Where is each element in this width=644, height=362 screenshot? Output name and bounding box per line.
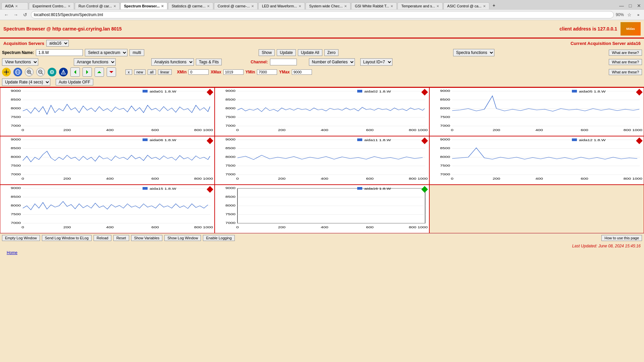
globe-icon[interactable] [13,68,22,76]
svg-text:8500: 8500 [440,146,450,149]
acq-servers-select[interactable]: aida16 [46,40,69,47]
zoom-out-icon[interactable] [36,68,45,76]
all-button[interactable]: all [148,69,156,75]
svg-point-12 [51,71,53,73]
refresh-button[interactable]: ↺ [21,11,29,18]
svg-text:7000: 7000 [440,173,450,176]
svg-rect-56 [357,90,362,93]
svg-text:0: 0 [21,177,24,180]
down-button[interactable] [107,67,116,77]
tags-fits-button[interactable]: Tags & Fits [196,59,222,65]
chart-aida05[interactable]: 9000 8500 8000 7500 7000 0 200 400 600 8… [431,89,642,133]
prev-button[interactable] [70,67,80,77]
next-button[interactable] [83,67,92,77]
num-galleries-select[interactable]: Number of Galleries [309,58,355,66]
tab-gsi[interactable]: GSI White Rabbit T...✕ [351,2,397,9]
zero-button[interactable]: Zero [324,49,339,56]
zoom-in-icon[interactable] [25,68,34,76]
analysis-functions-select[interactable]: Analysis functions [151,58,194,66]
up-button[interactable] [95,67,104,77]
multi-button[interactable]: multi [129,49,144,56]
what-these-1-button[interactable]: What are these? [609,50,642,56]
show-button[interactable]: Show [259,49,275,56]
spectrum-name-input[interactable] [36,49,83,56]
svg-text:7000: 7000 [11,173,21,176]
update-rate-select[interactable]: Update Rate (4 secs) [2,78,50,86]
svg-text:8000: 8000 [11,107,21,110]
chart-aida01[interactable]: 9000 8500 8000 7500 7000 0 200 400 600 [2,89,213,133]
back-button[interactable]: ← [3,11,10,18]
what-these-2-button[interactable]: What are these? [609,59,642,65]
svg-text:200: 200 [493,128,500,131]
svg-text:800: 800 [624,128,631,131]
chart-aida12[interactable]: 9000 8500 8000 7500 7000 0 200 400 600 8… [431,138,642,181]
extensions-button[interactable]: » [635,12,641,17]
forward-button[interactable]: → [12,11,19,18]
address-input[interactable] [31,11,614,18]
svg-text:600: 600 [151,226,159,229]
tab-system[interactable]: System wide Chec...✕ [306,2,351,9]
how-to-button[interactable]: How to use this page [601,235,642,241]
ymax-input[interactable] [292,69,312,75]
svg-rect-113 [357,138,362,141]
arrange-functions-select[interactable]: Arrange functions [74,58,116,66]
chart-aida02[interactable]: 9000 8500 8000 7500 7000 0 200 400 600 8… [216,89,428,133]
tab-control[interactable]: Control @ carme-...✕ [214,2,258,9]
svg-text:1000: 1000 [632,177,642,180]
reload-button[interactable]: Reload [94,235,111,241]
radiation-icon[interactable] [2,68,11,76]
layout-id-select[interactable]: Layout ID=7 [360,58,392,66]
tab-bar: AIDA✕ Experiment Contro...✕ Run Control … [0,0,644,9]
chart-aida15[interactable]: 9000 8500 8000 7500 7000 0 200 400 600 8… [2,186,213,230]
tab-statistics[interactable]: Statistics @ carme...✕ [168,2,213,9]
reset-button[interactable]: Reset [113,235,129,241]
tab-asic[interactable]: ASIC Control @ ca...✕ [443,2,489,9]
xmin-label: XMin [177,70,187,74]
spectra-functions-select[interactable]: Spectra functions [453,49,494,56]
svg-text:7500: 7500 [11,213,21,216]
chart-aida11[interactable]: 9000 8500 8000 7500 7000 0 200 400 600 8… [216,138,428,181]
new-button[interactable]: new [134,69,146,75]
xmin-input[interactable] [189,69,209,75]
svg-line-5 [30,73,32,74]
home-link[interactable]: Home [3,249,21,256]
info-icon[interactable] [59,68,68,76]
svg-rect-37 [143,90,148,93]
minimize-button[interactable]: — [618,2,625,9]
what-these-3-button[interactable]: What are these? [609,69,642,75]
tab-led[interactable]: LED and Waveform...✕ [258,2,305,9]
tab-temperature[interactable]: Temperature and s...✕ [397,2,443,9]
x-button[interactable]: x [125,69,132,75]
empty-log-button[interactable]: Empty Log Window [2,235,40,241]
bookmark-button[interactable]: ☆ [626,11,633,18]
view-functions-select[interactable]: View functions [2,58,38,66]
tab-run-control[interactable]: Run Control @ car...✕ [75,2,120,9]
tab-aida[interactable]: AIDA✕ [1,2,28,9]
auto-update-button[interactable]: Auto Update OFF [56,79,93,85]
ymin-input[interactable] [257,69,277,75]
midas-logo: Midas [621,22,641,36]
channel-label: Channel: [251,60,268,64]
new-tab-button[interactable]: + [490,1,498,9]
xmax-input[interactable] [223,69,244,75]
select-spectrum-dropdown[interactable]: Select a spectrum [85,49,127,56]
close-window-button[interactable]: ✕ [635,2,643,9]
toolbar-row-1: Spectrum Name: Select a spectrum multi S… [0,48,644,57]
channel-input[interactable] [270,59,297,65]
svg-text:1000: 1000 [632,128,642,131]
chart-aida06[interactable]: 9000 8500 8000 7500 7000 0 200 400 600 8… [2,138,213,181]
update-all-button[interactable]: Update All [298,49,322,56]
tab-experiment[interactable]: Experiment Contro...✕ [29,2,74,9]
settings-icon[interactable] [48,68,56,76]
svg-text:8000: 8000 [11,204,21,207]
linear-button[interactable]: linear [158,69,172,75]
update-button[interactable]: Update [277,49,296,56]
enable-logging-button[interactable]: Enable Logging [203,235,234,241]
maximize-button[interactable]: □ [627,2,634,9]
chart-aida16[interactable]: 9000 8500 8000 7500 7000 0 200 400 600 8… [216,186,428,230]
tab-spectrum-browser[interactable]: Spectrum Browser...✕ [120,2,167,9]
show-variables-button[interactable]: Show Variables [131,235,163,241]
svg-text:7500: 7500 [11,164,21,167]
send-log-button[interactable]: Send Log Window to ELog [42,235,92,241]
show-log-button[interactable]: Show Log Window [164,235,201,241]
